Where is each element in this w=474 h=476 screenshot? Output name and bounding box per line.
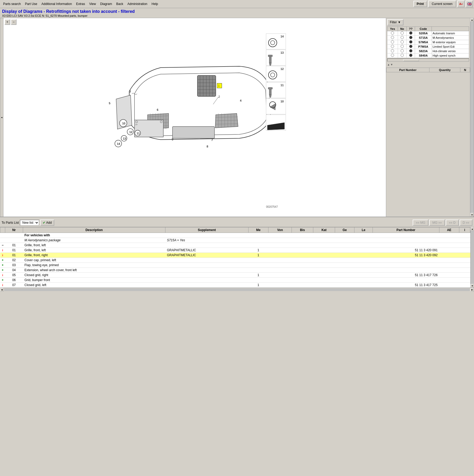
row-bis [292,248,313,253]
menu-help[interactable]: Help [149,1,160,7]
table-row[interactable]: For vehicles with [0,233,470,238]
menu-back[interactable]: Back [114,1,125,7]
zoom-out-button[interactable]: − [11,19,17,25]
mg-next-button[interactable]: MG »» [429,220,445,226]
filter-yes-radio[interactable] [387,31,398,36]
row-me: 1 [248,273,268,278]
filter-desc: Automatic transm [432,31,469,36]
row-bis [292,283,313,288]
filter-yes-radio[interactable] [387,40,398,45]
filter-yes-radio[interactable] [387,53,398,58]
svg-text:6: 6 [157,108,158,111]
filter-desc: Limited Sport Edi [432,45,469,49]
row-nr: 01 [5,248,23,253]
svg-rect-74 [268,87,272,89]
table-row[interactable]: i 05 Closed grid, right 1 51 11 3 417 72… [0,273,470,278]
add-button[interactable]: ✔ Add [40,220,54,226]
filter-no-radio[interactable] [398,45,407,49]
filter-maybe-radio[interactable] [407,45,415,49]
d-prev-button[interactable]: «« D [446,220,459,226]
zoom-in-button[interactable]: + [4,19,10,25]
plus-icon: + [2,258,4,262]
row-desc: Closed grid, left [23,283,165,288]
filter-desc: High speed synch [432,53,469,58]
icon-btn-flag[interactable]: 🇬🇧 [466,1,473,7]
row-ge [335,273,354,278]
table-row[interactable]: i 01 Grille, front, right GRAPHITMETALLI… [0,253,470,258]
filter-yes-radio[interactable] [387,49,398,53]
d-next-button[interactable]: D »» [460,220,472,226]
row-bis [292,278,313,283]
table-scroll-down[interactable]: ▼ [471,284,474,288]
bottom-h-scrollbar[interactable]: ◄ ► [0,288,474,291]
row-icon: + [0,268,5,273]
table-row[interactable]: M Aerodynamics packageS715A = Yes [0,238,470,243]
row-ae [439,243,459,248]
h-scroll-track [4,288,470,291]
table-row[interactable]: − 01 Grille, front, left [0,243,470,248]
row-i [459,268,470,273]
menu-parts-search[interactable]: Parts search [1,1,23,7]
menu-part-use[interactable]: Part Use [23,1,39,7]
h-scroll-right[interactable]: ► [470,288,474,292]
mini-col-quantity: Quantity [429,68,460,72]
menu-extras[interactable]: Extras [74,1,87,7]
row-part-number [373,278,439,283]
icon-btn-a[interactable]: Ad [457,1,465,7]
current-screen-button[interactable]: Current screen [428,1,456,7]
filter-no-radio[interactable] [398,40,407,45]
row-ae [439,258,459,263]
row-nr: 05 [5,273,23,278]
filter-no-radio[interactable] [398,49,407,53]
filter-no-radio[interactable] [398,53,407,58]
filter-row: P7MSA Limited Sport Edi [387,45,469,49]
table-scroll-up[interactable]: ▲ [471,227,474,231]
filter-no-radio[interactable] [398,31,407,36]
right-panel-scrollbar[interactable]: ▲ ▼ [470,18,474,217]
table-row[interactable]: + 02 Cover cap, primed, left [0,258,470,263]
filter-maybe-radio[interactable] [407,49,415,53]
filter-maybe-radio[interactable] [407,36,415,40]
scroll-up[interactable]: ▲ [470,18,474,22]
mini-col-n: N [460,68,470,72]
print-button[interactable]: Print [413,1,427,7]
menu-view[interactable]: View [87,1,98,7]
filter-h-scrollbar[interactable] [387,58,469,62]
row-supplement [165,273,249,278]
filter-yes-radio[interactable] [387,45,398,49]
filter-desc: Hot-climate versio [432,49,469,53]
table-row[interactable]: + 06 Grid, bumper front [0,278,470,283]
filter-code: S823A [415,49,432,53]
svg-text:12: 12 [281,67,284,70]
row-supplement: GRAPHITMETALLIC [165,248,249,253]
filter-no-radio[interactable] [398,36,407,40]
plus-icon: + [2,263,4,267]
mg-prev-prev-button[interactable]: «« MG [413,220,428,226]
table-row[interactable]: i 07 Closed grid, left 1 51 11 3 417 725 [0,283,470,288]
table-row[interactable]: + 04 Extension, wheel arch cover, front … [0,268,470,273]
bottom-toolbar: To Parts List New list ✔ Add «« MG MG »»… [0,218,474,227]
filter-yes-radio[interactable] [387,36,398,40]
menu-diagram[interactable]: Diagram [98,1,114,7]
menu-administration[interactable]: Administration [125,1,149,7]
check-icon: ✔ [43,221,45,225]
row-part-number: 51 11 3 420 092 [373,253,439,258]
filter-maybe-radio[interactable] [407,53,415,58]
filter-maybe-radio[interactable] [407,31,415,36]
menu-additional-info[interactable]: Additional Information [39,1,74,7]
h-scroll-left[interactable]: ◄ [0,288,4,292]
scroll-down[interactable]: ▼ [470,213,474,217]
svg-text:4: 4 [240,99,242,102]
filter-maybe-radio[interactable] [407,40,415,45]
new-list-select[interactable]: New list [20,220,39,226]
table-row[interactable]: i 01 Grille, front, left GRAPHITMETALLIC… [0,248,470,253]
table-row[interactable]: + 03 Flap, towing eye, primed [0,263,470,268]
nav-down-arrow[interactable]: ▼ [390,63,393,66]
row-me [248,268,268,273]
add-label: Add [46,221,52,225]
filter-button[interactable]: Filter ▼ [387,19,403,25]
table-v-scrollbar[interactable]: ▲ ▼ [470,227,474,288]
nav-up-arrow[interactable]: ▲ [387,63,390,66]
sub-desc: M Aerodynamics package [23,238,165,243]
collapse-button[interactable]: ◄ [0,18,3,217]
